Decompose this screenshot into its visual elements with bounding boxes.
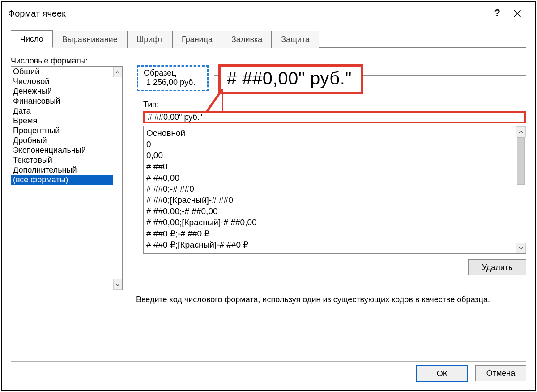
category-item[interactable]: Финансовый: [11, 96, 113, 106]
cancel-button[interactable]: Отмена: [475, 365, 526, 381]
type-input[interactable]: # ##0,00" руб.": [143, 111, 526, 123]
format-scrollbar[interactable]: [516, 126, 526, 253]
scroll-down-button[interactable]: [113, 279, 122, 290]
scroll-thumb[interactable]: [517, 137, 525, 185]
chevron-down-icon: [115, 280, 120, 289]
format-item[interactable]: 0,00: [146, 150, 513, 161]
sample-label: Образец: [144, 68, 202, 78]
category-item[interactable]: Дата: [11, 106, 113, 116]
tab-fill[interactable]: Заливка: [222, 31, 272, 48]
category-item[interactable]: Процентный: [11, 126, 113, 135]
titlebar: Формат ячеек ?: [2, 2, 535, 25]
category-item[interactable]: Текстовый: [11, 155, 113, 165]
category-item[interactable]: Время: [11, 116, 113, 126]
scroll-up-button[interactable]: [516, 126, 526, 137]
category-item[interactable]: Дополнительный: [11, 165, 113, 175]
format-item[interactable]: # ##0,00;-# ##0,00: [146, 206, 513, 217]
format-callout-red: # ##0,00" руб.": [218, 64, 363, 94]
format-item[interactable]: # ##0;[Красный]-# ##0: [146, 194, 513, 206]
tab-number[interactable]: Число: [11, 30, 53, 48]
right-pane: Образец 1 256,00 руб. # ##0,00" руб." Ти…: [136, 54, 526, 359]
format-item[interactable]: Основной: [146, 127, 513, 139]
tab-border[interactable]: Граница: [172, 31, 222, 48]
dialog-footer: ОК Отмена: [416, 365, 526, 382]
category-item[interactable]: Экспоненциальный: [11, 145, 113, 155]
close-icon: [512, 8, 522, 20]
scroll-down-button[interactable]: [516, 243, 526, 253]
format-cells-dialog: Формат ячеек ? Число Выравнивание Шрифт …: [1, 1, 536, 391]
format-item[interactable]: # ##0,00: [146, 172, 513, 183]
category-item[interactable]: Общий: [11, 67, 113, 76]
category-item-selected[interactable]: (все форматы): [11, 175, 113, 185]
category-item[interactable]: Денежный: [11, 86, 113, 96]
type-label: Тип:: [143, 100, 159, 110]
tab-alignment[interactable]: Выравнивание: [53, 31, 127, 48]
instruction-text: Введите код числового формата, используя…: [136, 295, 526, 304]
format-listbox[interactable]: Основной 0 0,00 # ##0 # ##0,00 # ##0;-# …: [143, 126, 526, 254]
format-item[interactable]: 0: [146, 139, 513, 150]
sample-callout-blue-dashed: Образец 1 256,00 руб.: [137, 65, 209, 91]
category-listbox[interactable]: Общий Числовой Денежный Финансовый Дата …: [11, 66, 123, 290]
category-list-container: Общий Числовой Денежный Финансовый Дата …: [11, 66, 123, 290]
tab-font[interactable]: Шрифт: [127, 31, 172, 48]
category-scrollbar[interactable]: [113, 67, 122, 290]
scroll-track[interactable]: [516, 185, 526, 243]
sample-value: 1 256,00 руб.: [144, 78, 202, 87]
chevron-down-icon: [519, 244, 523, 252]
format-item[interactable]: # ##0,00;[Красный]-# ##0,00: [146, 217, 513, 228]
window-title: Формат ячеек: [8, 8, 66, 19]
close-button[interactable]: [508, 5, 526, 23]
chevron-up-icon: [115, 67, 120, 77]
format-item[interactable]: # ##0;-# ##0: [146, 183, 513, 194]
category-item[interactable]: Дробный: [11, 135, 113, 145]
delete-button[interactable]: Удалить: [468, 259, 526, 275]
category-item[interactable]: Числовой: [11, 76, 113, 86]
scroll-up-button[interactable]: [113, 67, 122, 77]
format-item[interactable]: # ##0: [146, 161, 513, 172]
type-input-value: # ##0,00" руб.": [145, 113, 524, 122]
scroll-track[interactable]: [113, 77, 122, 279]
format-item[interactable]: # ##0 ₽;-# ##0 ₽: [146, 228, 513, 239]
footer-separator: [11, 361, 526, 362]
chevron-up-icon: [519, 128, 523, 136]
ok-button[interactable]: ОК: [416, 365, 468, 382]
format-item[interactable]: # ##0,00 ₽;-# ##0,00 ₽: [146, 250, 513, 254]
format-item[interactable]: # ##0 ₽;[Красный]-# ##0 ₽: [146, 239, 513, 250]
tab-protection[interactable]: Защита: [272, 31, 319, 48]
body-area: Числовые форматы: Общий Числовой Денежны…: [11, 54, 526, 359]
help-button[interactable]: ?: [494, 7, 500, 19]
tab-strip: Число Выравнивание Шрифт Граница Заливка…: [11, 30, 526, 48]
